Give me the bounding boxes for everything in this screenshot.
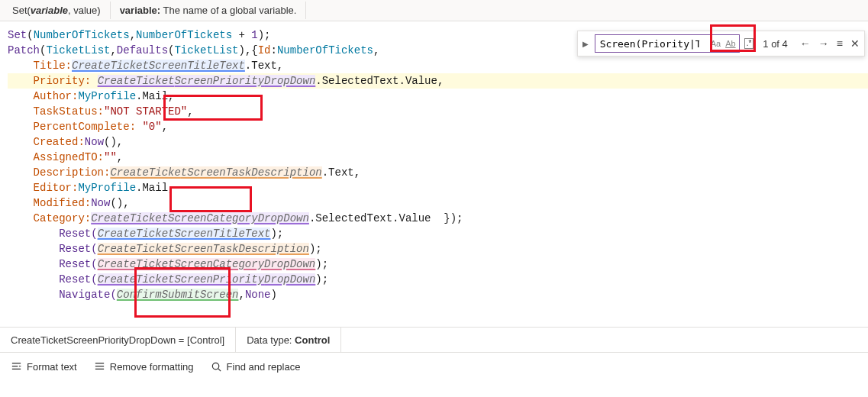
tok: + bbox=[232, 29, 251, 41]
tok: , bbox=[110, 44, 116, 56]
tok: CreateTicketScreenTitleText bbox=[98, 228, 271, 240]
datatype-label: Data type: bbox=[247, 334, 292, 346]
param-label: variable: bbox=[120, 5, 160, 16]
tok: Description: bbox=[8, 166, 110, 179]
tok: ); bbox=[258, 29, 271, 41]
tok: , bbox=[373, 44, 379, 56]
tok: tScreenTaskD bbox=[181, 166, 258, 179]
match-count: 1 of 4 bbox=[758, 38, 792, 50]
prev-match-icon[interactable]: ← bbox=[800, 37, 811, 50]
search-actions: ← → ≡ ✕ bbox=[797, 37, 860, 50]
tok: CreateTicketScreenCategoryDropDown bbox=[91, 212, 309, 224]
tok: NumberOfTickets bbox=[136, 29, 232, 41]
regex-toggle-icon[interactable]: .* bbox=[744, 38, 754, 49]
expand-toggle-icon[interactable]: ▶ bbox=[581, 40, 590, 48]
tok: None bbox=[245, 289, 271, 301]
tok: .SelectedText.Value, bbox=[315, 75, 444, 87]
tok: , bbox=[187, 105, 193, 118]
tok: (), bbox=[110, 197, 129, 209]
find-replace-button[interactable]: Find and replace bbox=[211, 361, 301, 373]
tok: NumberOfTickets bbox=[277, 44, 373, 56]
tok: DropDown bbox=[264, 75, 315, 87]
tok: Created: bbox=[8, 136, 85, 148]
tok: AssignedTO: bbox=[8, 151, 104, 163]
tok: MyProfile bbox=[78, 182, 136, 194]
tok: Author: bbox=[8, 90, 78, 102]
tok: ( bbox=[27, 29, 33, 41]
type-info-bar: CreateTicketScreenPriorityDropDown = [Co… bbox=[0, 327, 868, 353]
tok: ); bbox=[315, 258, 328, 270]
tok: CreateTicketScreenTitleText bbox=[72, 60, 245, 72]
tok: ) bbox=[270, 289, 276, 301]
tok: ConfirmSubmitScreen bbox=[117, 289, 239, 301]
sig-rest: , value) bbox=[68, 5, 101, 16]
tok: DropDown bbox=[264, 273, 315, 286]
tok: ); bbox=[315, 273, 328, 286]
datatype-value: Control bbox=[295, 334, 330, 346]
tok: MyProfile bbox=[78, 90, 136, 102]
tok: Category: bbox=[8, 212, 91, 224]
format-text-button[interactable]: Format text bbox=[11, 361, 77, 373]
param-desc: The name of a global variable. bbox=[160, 5, 296, 16]
tok: PercentComplete: bbox=[8, 121, 142, 133]
tok: TaskStatus: bbox=[8, 105, 104, 118]
tok: CreateTicke bbox=[98, 243, 168, 255]
param-desc-cell: variable: The name of a global variable. bbox=[111, 2, 307, 19]
tok: : bbox=[271, 44, 277, 56]
match-word-icon[interactable]: Ab bbox=[724, 39, 736, 48]
format-text-icon bbox=[11, 361, 22, 373]
tok: "0" bbox=[142, 121, 161, 133]
tok: ),{ bbox=[238, 44, 257, 56]
match-case-icon[interactable]: Aa bbox=[710, 39, 721, 48]
close-icon[interactable]: ✕ bbox=[850, 37, 860, 50]
tok: TicketList bbox=[174, 44, 238, 56]
search-input-wrap: Aa Ab bbox=[595, 34, 740, 53]
tok: Patch bbox=[8, 44, 40, 56]
tok: escription bbox=[258, 166, 322, 179]
tok: CreateTicketScreenCategoryDropDown bbox=[98, 258, 316, 270]
tok: 1 bbox=[251, 29, 257, 41]
tok: "NOT STARTED" bbox=[104, 105, 187, 118]
tok: Title: bbox=[8, 60, 72, 72]
sig-fn: Set( bbox=[12, 5, 31, 16]
tok: .Mail, bbox=[136, 182, 174, 194]
tok: ); bbox=[309, 243, 322, 255]
tok: "" bbox=[104, 151, 117, 163]
tok: .SelectedText.Value }); bbox=[309, 212, 463, 224]
code-editor[interactable]: Set(NumberOfTickets,NumberOfTickets + 1)… bbox=[0, 21, 868, 327]
datatype-info: Data type: Control bbox=[236, 328, 341, 352]
bottom-toolbar: Format text Remove formatting Find and r… bbox=[0, 353, 868, 380]
ident-info: CreateTicketScreenPriorityDropDown = [Co… bbox=[0, 328, 236, 352]
search-input-icons: Aa Ab bbox=[710, 34, 737, 53]
tok: , bbox=[117, 151, 123, 163]
tok: Reset( bbox=[34, 228, 98, 240]
format-text-label: Format text bbox=[27, 361, 77, 373]
find-replace-label: Find and replace bbox=[227, 361, 301, 373]
tok: , bbox=[130, 29, 136, 41]
tok: Editor: bbox=[8, 182, 78, 194]
tok: Set bbox=[8, 29, 27, 41]
tok: .Text, bbox=[322, 166, 360, 179]
tok: .Mail, bbox=[136, 90, 174, 102]
remove-formatting-icon bbox=[94, 361, 105, 373]
remove-formatting-button[interactable]: Remove formatting bbox=[94, 361, 194, 373]
tok: tScreenPriority bbox=[168, 273, 264, 286]
tok: TicketList bbox=[46, 44, 110, 56]
tok: CreateTicket bbox=[98, 75, 175, 87]
next-match-icon[interactable]: → bbox=[818, 37, 829, 50]
tok: Id bbox=[258, 44, 271, 56]
signature-cell: Set(variable, value) bbox=[3, 2, 111, 19]
tok: CreateTicke bbox=[98, 273, 168, 286]
tok: Priority: bbox=[8, 75, 98, 87]
remove-formatting-label: Remove formatting bbox=[110, 361, 194, 373]
svg-point-0 bbox=[212, 363, 218, 369]
tok: NumberOfTickets bbox=[34, 29, 130, 41]
tok: Navigate( bbox=[34, 289, 117, 301]
search-icon bbox=[211, 361, 222, 373]
tok: Now bbox=[91, 197, 110, 209]
tok: ); bbox=[270, 228, 283, 240]
sig-param-bold: variable bbox=[31, 5, 68, 16]
select-all-icon[interactable]: ≡ bbox=[837, 37, 843, 50]
tok: Defaults bbox=[117, 44, 168, 56]
tok: Now bbox=[85, 136, 104, 148]
